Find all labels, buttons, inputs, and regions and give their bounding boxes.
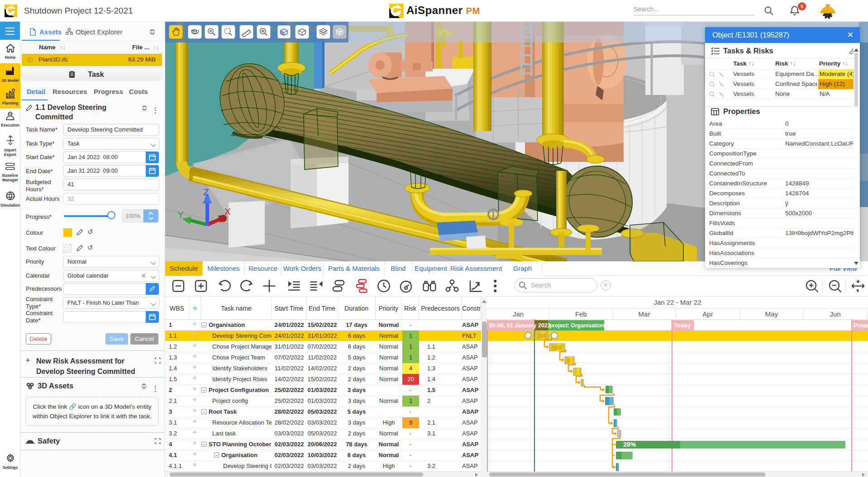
svg-text:X: X xyxy=(224,206,231,217)
svg-text:Y: Y xyxy=(177,209,184,220)
svg-text:project: Organisation: project: Organisation xyxy=(549,322,604,329)
svg-text:9: 9 xyxy=(567,357,570,364)
svg-text:28%: 28% xyxy=(623,441,636,448)
svg-text:00:00, 01 January 2022: 00:00, 01 January 2022 xyxy=(489,322,551,329)
svg-text:100: 100 xyxy=(537,332,547,339)
svg-text:100: 100 xyxy=(552,344,562,351)
svg-text:Today: Today xyxy=(674,322,691,329)
svg-text:Z: Z xyxy=(203,187,209,197)
svg-text:Proje: Proje xyxy=(854,322,868,329)
